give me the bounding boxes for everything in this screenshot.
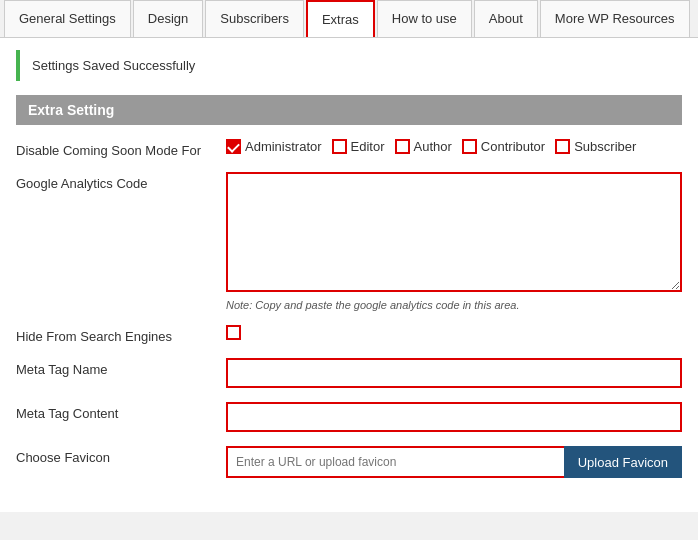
checkbox-label-administrator: Administrator [245,139,322,154]
meta-tag-content-control [226,402,682,432]
checkbox-item-author: Author [395,139,452,154]
disable-coming-soon-row: Disable Coming Soon Mode For Administrat… [16,139,682,158]
hide-from-search-label: Hide From Search Engines [16,325,226,344]
upload-favicon-button[interactable]: Upload Favicon [564,446,682,478]
tab-general-settings[interactable]: General Settings [4,0,131,37]
google-analytics-textarea[interactable] [226,172,682,292]
checkbox-author[interactable] [395,139,410,154]
choose-favicon-control: Upload Favicon [226,446,682,478]
tabs-bar: General Settings Design Subscribers Extr… [0,0,698,38]
checkbox-label-contributor: Contributor [481,139,545,154]
tab-extras[interactable]: Extras [306,0,375,37]
tab-more-wp-resources[interactable]: More WP Resources [540,0,690,37]
checkbox-label-author: Author [414,139,452,154]
favicon-url-input[interactable] [226,446,564,478]
section-heading: Extra Setting [16,95,682,125]
success-message-text: Settings Saved Successfully [32,58,195,73]
checkbox-hide-from-search[interactable] [226,325,241,340]
google-analytics-note: Note: Copy and paste the google analytic… [226,299,682,311]
choose-favicon-label: Choose Favicon [16,446,226,465]
google-analytics-control: Note: Copy and paste the google analytic… [226,172,682,311]
tab-how-to-use[interactable]: How to use [377,0,472,37]
hide-from-search-row: Hide From Search Engines [16,325,682,344]
disable-coming-soon-label: Disable Coming Soon Mode For [16,139,226,158]
checkbox-administrator[interactable] [226,139,241,154]
hide-from-search-control [226,325,682,340]
tab-design[interactable]: Design [133,0,203,37]
checkbox-item-administrator: Administrator [226,139,322,154]
checkbox-label-subscriber: Subscriber [574,139,636,154]
meta-tag-name-row: Meta Tag Name [16,358,682,388]
main-content: Settings Saved Successfully Extra Settin… [0,38,698,512]
checkbox-contributor[interactable] [462,139,477,154]
disable-coming-soon-checkboxes: Administrator Editor Author Contributor … [226,139,682,154]
meta-tag-name-input[interactable] [226,358,682,388]
tab-subscribers[interactable]: Subscribers [205,0,304,37]
meta-tag-content-input[interactable] [226,402,682,432]
checkbox-editor[interactable] [332,139,347,154]
google-analytics-row: Google Analytics Code Note: Copy and pas… [16,172,682,311]
meta-tag-content-row: Meta Tag Content [16,402,682,432]
checkbox-item-editor: Editor [332,139,385,154]
meta-tag-name-label: Meta Tag Name [16,358,226,377]
meta-tag-name-control [226,358,682,388]
checkbox-item-contributor: Contributor [462,139,545,154]
favicon-input-group: Upload Favicon [226,446,682,478]
choose-favicon-row: Choose Favicon Upload Favicon [16,446,682,478]
tab-about[interactable]: About [474,0,538,37]
success-message-bar: Settings Saved Successfully [16,50,682,81]
checkbox-item-subscriber: Subscriber [555,139,636,154]
meta-tag-content-label: Meta Tag Content [16,402,226,421]
checkbox-subscriber[interactable] [555,139,570,154]
google-analytics-label: Google Analytics Code [16,172,226,191]
checkbox-label-editor: Editor [351,139,385,154]
